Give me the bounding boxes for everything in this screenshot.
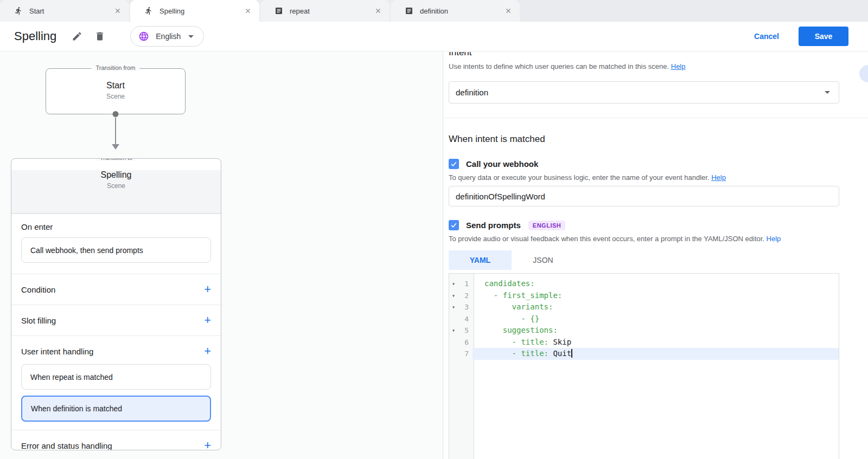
code-text: suggestions: [473,325,839,337]
tab-label: definition [420,7,505,15]
close-icon[interactable] [505,7,512,15]
yaml-editor[interactable]: ▾1candidates:▾2 - first_simple:▾3 varian… [449,273,839,459]
code-line[interactable]: 4 - {} [449,313,839,325]
condition-label: Condition [21,285,55,294]
intent-editor-panel: Intent Use intents to define which user … [443,52,868,459]
add-slot-button[interactable]: + [204,315,211,326]
webhook-help-link[interactable]: Help [711,173,726,182]
to-scene-type: Scene [11,182,221,190]
delete-icon[interactable] [94,31,105,42]
prompts-help-link[interactable]: Help [767,235,781,243]
code-text: - first_simple: [473,290,839,302]
code-text: variants: [473,301,839,313]
code-line[interactable]: ▾5 suggestions: [449,325,839,337]
on-enter-label: On enter [21,222,211,231]
tab-label: Start [29,7,114,15]
tab-definition[interactable]: definition [391,0,520,22]
transition-arrowhead-icon [112,144,119,150]
line-number: 1 [458,280,471,288]
close-icon[interactable] [374,7,382,15]
user-intent-section: User intent handling + When repeat is ma… [11,335,221,430]
slot-filling-section: Slot filling + [11,305,221,335]
code-text: - {} [473,313,839,325]
close-icon[interactable] [114,7,122,15]
fold-arrow-icon[interactable]: ▾ [449,304,458,310]
intent-help-link[interactable]: Help [671,62,686,70]
on-enter-handler-button[interactable]: Call webhook, then send prompts [21,237,211,263]
to-scene-name: Spelling [11,170,221,180]
page-title: Spelling [14,29,56,43]
line-number: 5 [458,326,471,334]
intent-select[interactable]: definition [449,81,839,104]
section-divider [443,118,868,118]
format-tabs: YAMLJSON [449,250,839,270]
line-number: 2 [458,292,471,300]
transition-to-card: Transition to Spelling Scene On enter Ca… [11,158,221,450]
connector-dot [113,111,119,117]
error-handling-section: Error and status handling + [11,430,221,450]
tab-strip: StartSpellingrepeatdefinition [0,0,868,22]
intent-caption: Use intents to define which user queries… [449,62,839,70]
fold-arrow-icon[interactable]: ▾ [449,293,458,299]
add-intent-handler-button[interactable]: + [204,346,211,357]
from-scene-type: Scene [46,93,185,100]
fold-arrow-icon[interactable]: ▾ [449,281,458,287]
slot-filling-label: Slot filling [21,316,56,325]
text-cursor [571,349,572,358]
prompts-caption: To provide audio or visual feedback when… [449,235,839,243]
check-icon [450,160,457,167]
from-scene-name: Start [46,81,185,90]
intent-select-value: definition [456,88,825,97]
scene-icon [144,7,153,15]
cancel-button[interactable]: Cancel [754,32,779,41]
prompts-caption-text: To provide audio or visual feedback when… [449,235,764,243]
code-line[interactable]: 7 - title: Quit [449,348,839,360]
intent-handler-button[interactable]: When definition is matched [21,396,211,422]
webhook-label: Call your webhook [466,159,538,169]
tab-label: Spelling [159,7,244,15]
intent-icon [275,7,283,15]
tab-start[interactable]: Start [0,0,129,22]
scene-icon [14,7,23,15]
select-caret-icon [825,91,830,94]
webhook-checkbox-row: Call your webhook [449,159,839,169]
transition-from-node[interactable]: Transition from Start Scene [46,68,186,114]
scene-header: Spelling English Cancel Save [0,22,868,51]
save-button[interactable]: Save [799,27,848,46]
intent-handler-button[interactable]: When repeat is matched [21,364,211,390]
code-line[interactable]: ▾1candidates: [449,278,839,290]
tab-label: repeat [290,7,374,15]
code-line[interactable]: 6 - title: Skip [449,337,839,348]
format-tab-json[interactable]: JSON [512,250,575,270]
transition-to-legend: Transition to [95,158,137,161]
code-text: - title: Quit [473,348,839,360]
scroll-indicator[interactable] [859,65,868,82]
matched-heading: When intent is matched [449,134,839,145]
code-line[interactable]: ▾2 - first_simple: [449,290,839,302]
globe-icon [138,31,149,42]
tab-spelling[interactable]: Spelling [130,0,259,22]
language-badge: ENGLISH [528,221,565,230]
code-line[interactable]: ▾3 variants: [449,301,839,313]
line-number: 3 [458,303,471,311]
edit-icon[interactable] [72,31,82,42]
error-handling-label: Error and status handling [21,441,112,450]
fold-arrow-icon[interactable]: ▾ [449,327,458,333]
prompts-checkbox[interactable] [449,220,459,230]
transition-arrow [115,118,116,145]
add-error-handler-button[interactable]: + [204,440,211,450]
webhook-checkbox[interactable] [449,159,459,169]
code-text: - title: Skip [473,337,839,348]
scene-card-header[interactable]: Spelling Scene [11,170,221,214]
tab-repeat[interactable]: repeat [260,0,390,22]
language-selector[interactable]: English [130,26,204,47]
user-intent-label: User intent handling [21,347,93,356]
close-icon[interactable] [244,7,252,15]
line-number: 6 [458,338,471,346]
line-number: 7 [458,350,471,358]
format-tab-yaml[interactable]: YAML [449,250,512,270]
add-condition-button[interactable]: + [204,284,211,295]
on-enter-section: On enter Call webhook, then send prompts [11,214,221,274]
line-number: 4 [458,315,471,323]
webhook-handler-input[interactable] [449,186,839,206]
